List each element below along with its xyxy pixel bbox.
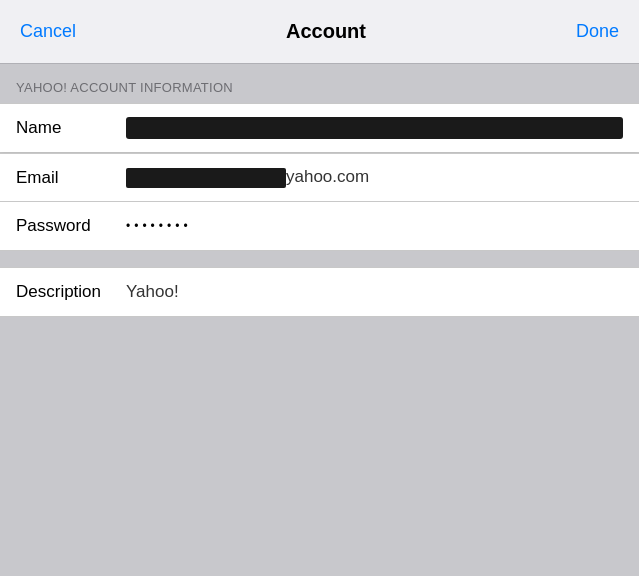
page-title: Account	[286, 20, 366, 43]
description-group: Description Yahoo!	[0, 267, 639, 317]
email-redacted-part	[126, 168, 286, 188]
email-password-group: Email yahoo.com Password ••••••••	[0, 153, 639, 251]
description-row[interactable]: Description Yahoo!	[0, 268, 639, 316]
section1-header: YAHOO! ACCOUNT INFORMATION	[0, 64, 639, 103]
password-row[interactable]: Password ••••••••	[0, 202, 639, 250]
email-label: Email	[16, 168, 126, 188]
password-label: Password	[16, 216, 126, 236]
table-row: Name	[0, 104, 639, 152]
email-suffix: yahoo.com	[286, 167, 369, 186]
name-label: Name	[16, 118, 126, 138]
name-value-redacted	[126, 117, 623, 139]
section-spacer	[0, 251, 639, 267]
email-row[interactable]: Email yahoo.com	[0, 154, 639, 202]
description-value: Yahoo!	[126, 282, 623, 302]
name-group: Name	[0, 103, 639, 153]
email-value: yahoo.com	[126, 167, 623, 188]
cancel-button[interactable]: Cancel	[16, 13, 80, 50]
description-label: Description	[16, 282, 126, 302]
done-button[interactable]: Done	[572, 13, 623, 50]
password-dots: ••••••••	[126, 219, 623, 233]
nav-bar: Cancel Account Done	[0, 0, 639, 64]
